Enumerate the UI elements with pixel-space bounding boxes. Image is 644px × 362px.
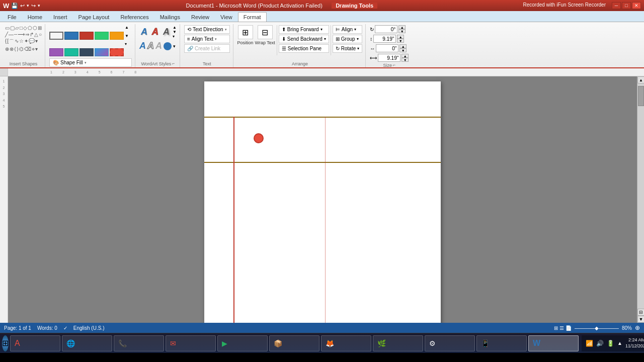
wordart-dialog[interactable]: ⌐ <box>172 61 175 66</box>
shape-r3[interactable]: ⟨ <box>14 46 16 52</box>
shape-arrow1[interactable]: ⇒ <box>25 32 29 37</box>
shape-sample-orange[interactable] <box>110 32 124 40</box>
shape-rect2[interactable]: □ <box>20 25 23 31</box>
shape-star2[interactable]: ✦ <box>24 38 28 45</box>
taskbar-acrobat[interactable]: A <box>10 335 60 351</box>
height-down[interactable]: ▼ <box>397 39 404 43</box>
rotate-btn[interactable]: ↻ Rotate ▾ <box>333 44 362 53</box>
shape-bracket[interactable]: [ <box>7 38 9 45</box>
width-input[interactable] <box>376 44 398 52</box>
maximize-button[interactable]: □ <box>622 2 631 9</box>
shape-line2[interactable]: — <box>9 32 14 37</box>
shape-scroll-down[interactable]: ▼ <box>125 34 132 38</box>
shape-diamond[interactable]: ◇ <box>23 25 27 31</box>
shape-wave[interactable]: ∿ <box>15 38 19 45</box>
shape-rounded-rect[interactable]: ▢ <box>10 25 15 31</box>
taskbar-app3[interactable]: ⚙ <box>425 335 475 351</box>
shape-r7[interactable]: ⋄ <box>32 46 35 52</box>
height-input[interactable] <box>373 35 396 43</box>
shape-sample-blue[interactable] <box>64 32 78 40</box>
tab-format[interactable]: Format <box>238 12 267 22</box>
tab-view[interactable]: View <box>215 12 238 22</box>
close-button[interactable]: ✕ <box>632 2 641 9</box>
width-up[interactable]: ▲ <box>399 44 407 48</box>
tray-sound[interactable]: 🔊 <box>596 340 604 347</box>
tab-references[interactable]: References <box>115 12 154 22</box>
wordart-expand[interactable]: ▾ <box>173 34 177 39</box>
rotation-down[interactable]: ▼ <box>398 29 406 33</box>
taskbar-app2[interactable]: 🌿 <box>373 335 423 351</box>
tray-network[interactable]: 📶 <box>586 340 593 347</box>
tab-mailings[interactable]: Mailings <box>154 12 186 22</box>
taskbar-chrome[interactable]: 🌐 <box>62 335 112 351</box>
rotation-up[interactable]: ▲ <box>398 25 406 29</box>
shape-sample-teal[interactable] <box>64 48 78 56</box>
shape-scroll-up[interactable]: ▲ <box>125 25 132 30</box>
width2-input[interactable] <box>378 54 400 62</box>
taskbar-word[interactable]: W <box>528 335 579 351</box>
quick-undo-arrow[interactable]: ▾ <box>27 3 29 8</box>
size-dialog[interactable]: ⌐ <box>393 62 395 67</box>
width2-down[interactable]: ▼ <box>401 58 409 62</box>
shape-hexagon[interactable]: ⬡ <box>33 25 37 31</box>
wordart-more-btn[interactable]: ▾ <box>173 44 176 49</box>
bring-forward-btn[interactable]: ⬆ Bring Forward ▾ <box>279 25 329 34</box>
taskbar-mail[interactable]: ✉ <box>166 335 216 351</box>
start-button[interactable]: ⊞ <box>2 335 9 351</box>
shape-down-arrow[interactable]: ▾ <box>35 38 38 45</box>
shape-line1[interactable]: ╱ <box>5 32 8 37</box>
tab-home[interactable]: Home <box>22 12 48 22</box>
shape-sample-outline[interactable] <box>49 32 63 40</box>
text-outline-icon[interactable]: A <box>147 41 154 51</box>
wordart-sample-3[interactable]: A <box>162 26 171 38</box>
shape-line4[interactable]: ⟶ <box>18 32 25 37</box>
quick-redo[interactable]: ↪ <box>31 3 36 9</box>
shape-more[interactable]: ⊞ <box>38 25 42 31</box>
shape-triangle[interactable]: △ <box>34 32 38 37</box>
tray-battery[interactable]: 🔋 <box>607 340 614 347</box>
shape-sample-dark[interactable] <box>79 48 94 56</box>
taskbar-app4[interactable]: 📱 <box>476 335 527 351</box>
shape-star1[interactable]: ☆ <box>19 38 24 45</box>
scroll-thumb[interactable] <box>638 86 644 106</box>
shape-sample-dashed[interactable] <box>110 48 124 56</box>
shape-sample-gradient[interactable] <box>95 48 109 56</box>
scroll-page-view-btn[interactable]: ⊟ <box>637 309 644 316</box>
shape-sample-purple[interactable] <box>49 48 63 56</box>
wordart-scroll-up[interactable]: ▲ <box>173 25 177 30</box>
shape-oval[interactable]: ○ <box>39 32 42 37</box>
width-down[interactable]: ▼ <box>399 48 407 52</box>
shape-arrow2[interactable]: ↱ <box>30 32 34 37</box>
shape-line3[interactable]: ╌ <box>14 32 17 37</box>
wordart-sample-1[interactable]: A <box>139 26 149 38</box>
text-direction-btn[interactable]: ⟲ Text Direction ▾ <box>184 25 230 34</box>
position-btn[interactable]: ⊞ <box>238 25 253 39</box>
quick-save[interactable]: 💾 <box>11 3 18 9</box>
taskbar-phone[interactable]: 📞 <box>114 335 164 351</box>
shape-sample-red[interactable] <box>79 32 94 40</box>
shape-callout[interactable]: 💬 <box>29 38 35 45</box>
zoom-in-btn[interactable]: ⊕ <box>635 324 640 331</box>
selection-pane-btn[interactable]: ☰ Selection Pane <box>279 44 329 53</box>
shape-pentagon[interactable]: ⬠ <box>28 25 32 31</box>
shape-rect[interactable]: ▭ <box>5 25 10 31</box>
taskbar-media[interactable]: ▶ <box>217 335 268 351</box>
shape-parallelogram[interactable]: ▱ <box>15 25 19 31</box>
shape-r4[interactable]: ⟩ <box>17 46 19 52</box>
tab-page-layout[interactable]: Page Layout <box>73 12 115 22</box>
tray-time[interactable]: 2:24 AM 11/12/2022 <box>625 337 644 349</box>
scroll-track[interactable] <box>637 83 644 309</box>
wrap-text-btn[interactable]: ⊟ <box>258 25 273 39</box>
shape-scroll-expand[interactable]: ▾ <box>125 42 132 46</box>
tab-review[interactable]: Review <box>186 12 215 22</box>
group-btn[interactable]: ⊞ Group ▾ <box>333 35 362 43</box>
shape-fill-btn[interactable]: 🎨 Shape Fill ▾ <box>49 58 132 67</box>
align-btn[interactable]: ⊨ Align ▾ <box>333 25 362 34</box>
shape-r2[interactable]: ⊗ <box>10 46 14 52</box>
doc-scroll[interactable] <box>8 76 637 323</box>
wordart-sample-2[interactable]: A <box>150 26 160 38</box>
align-text-btn[interactable]: ≡ Align Text ▾ <box>184 35 230 43</box>
next-page-btn[interactable]: ▼ <box>637 316 644 323</box>
tab-insert[interactable]: Insert <box>48 12 73 22</box>
rotation-input[interactable] <box>375 25 397 33</box>
